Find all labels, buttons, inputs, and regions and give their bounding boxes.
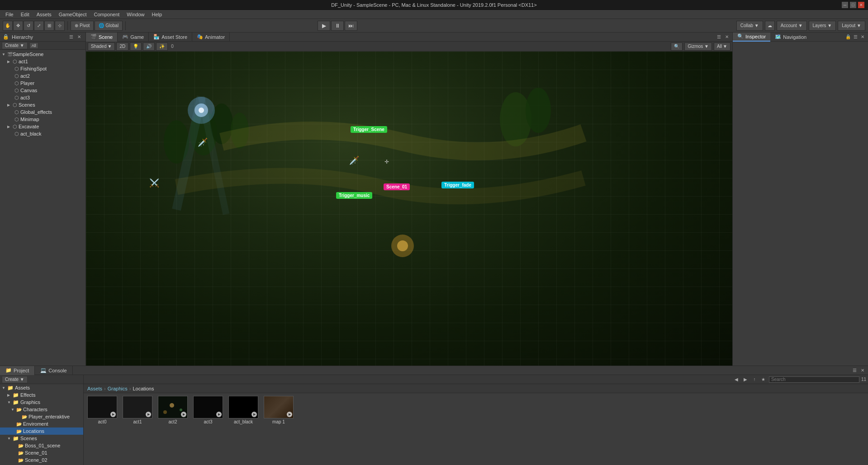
menu-edit[interactable]: Edit [17, 11, 33, 18]
scene-viewport[interactable]: 🗡️ ⚔️ 🗡️ ✛ Trigger_Scene Scene_01 Trigge… [86, 52, 732, 366]
layers-button[interactable]: Layers ▼ [809, 21, 836, 31]
tree-item-scenes[interactable]: ▶ ⬡ Scenes [0, 101, 85, 108]
project-favorite-btn[interactable]: ★ [760, 376, 767, 383]
gizmos-button[interactable]: Gizmos ▼ [684, 42, 712, 51]
label-act3: act3 [20, 95, 30, 100]
minimize-button[interactable]: ─ [842, 2, 848, 8]
asset-item-act1[interactable]: ▶ act1 [122, 396, 153, 424]
hierarchy-close-icon[interactable]: ✕ [76, 33, 83, 41]
cloud-button[interactable]: ☁ [765, 21, 775, 31]
bottom-panel-close[interactable]: ✕ [859, 367, 866, 374]
tab-console[interactable]: 💻 Console [35, 366, 72, 375]
scene-01-label[interactable]: Scene_01 [384, 183, 410, 190]
2d-mode-button[interactable]: 2D [116, 42, 128, 51]
pause-button[interactable]: ⏸ [331, 21, 344, 31]
menu-file[interactable]: File [2, 11, 17, 18]
tab-animator[interactable]: 🎭 Animator [192, 33, 230, 42]
inspector-lock-icon[interactable]: 🔒 [844, 33, 852, 41]
asset-item-act3[interactable]: ▶ act3 [192, 396, 224, 424]
tree-item-excavate[interactable]: ▶ ⬡ Excavate [0, 123, 85, 130]
fx-toggle[interactable]: ✨ [156, 42, 168, 51]
menu-component[interactable]: Component [90, 11, 123, 18]
tree-item-fishingspot[interactable]: ⬡ FishingSpot [0, 65, 85, 72]
play-button[interactable]: ▶ [318, 21, 330, 31]
maximize-button[interactable]: □ [850, 2, 856, 8]
project-forward-btn[interactable]: ▶ [742, 376, 749, 383]
move-handle[interactable]: ✛ [384, 159, 389, 165]
breadcrumb-graphics[interactable]: Graphics [108, 386, 128, 391]
tree-item-canvas[interactable]: ⬡ Canvas [0, 87, 85, 94]
pivot-button[interactable]: ⊕ Pivot [71, 21, 94, 31]
project-item-characters[interactable]: ▼ 📂 Characters [0, 406, 83, 413]
asset-item-act2[interactable]: ▶ act2 [157, 396, 189, 424]
label-minimap: Minimap [20, 117, 39, 122]
trigger-scene-label[interactable]: Trigger_Scene [351, 126, 387, 133]
project-item-enviroment[interactable]: 📂 Enviroment [0, 420, 83, 427]
asset-item-act-black[interactable]: ▶ act_black [228, 396, 259, 424]
bottom-panel-menu[interactable]: ☰ [851, 367, 858, 374]
project-item-assets[interactable]: ▼ 📁 Assets [0, 384, 83, 391]
menu-help[interactable]: Help [148, 11, 166, 18]
scene-panel-close[interactable]: ✕ [723, 33, 730, 41]
project-item-scene02[interactable]: 📂 Scene_02 [0, 456, 83, 464]
global-button[interactable]: 🌐 Global [95, 21, 123, 31]
scale-tool[interactable]: ⤢ [34, 21, 44, 31]
close-button[interactable]: ✕ [858, 2, 864, 8]
rect-tool[interactable]: ⊞ [44, 21, 54, 31]
tab-project[interactable]: 📁 Project [0, 366, 35, 375]
project-item-graphics[interactable]: ▼ 📁 Graphics [0, 399, 83, 406]
trigger-fade-label[interactable]: Trigger_fade [441, 182, 474, 188]
inspector-menu-icon[interactable]: ☰ [852, 33, 859, 41]
project-up-btn[interactable]: ↑ [751, 376, 758, 383]
tab-game[interactable]: 🎮 Game [118, 33, 149, 42]
asset-item-act0[interactable]: ▶ act0 [86, 396, 118, 424]
project-item-scene01[interactable]: 📂 Scene_01 [0, 449, 83, 456]
tree-item-act-black[interactable]: ⬡ act_black [0, 130, 85, 137]
breadcrumb-assets[interactable]: Assets [87, 386, 102, 391]
hand-tool[interactable]: ✋ [3, 21, 13, 31]
hierarchy-create-button[interactable]: Create ▼ [2, 42, 28, 49]
scene-panel-menu[interactable]: ☰ [715, 33, 722, 41]
move-tool[interactable]: ✥ [13, 21, 23, 31]
tree-item-act3[interactable]: ⬡ act3 [0, 94, 85, 101]
hierarchy-menu-icon[interactable]: ☰ [67, 33, 75, 41]
project-back-btn[interactable]: ◀ [733, 376, 740, 383]
tree-item-act1[interactable]: ▶ ⬡ act1 [0, 58, 85, 65]
project-item-scenes[interactable]: ▼ 📁 Scenes [0, 435, 83, 442]
trigger-music-label[interactable]: Trigger_music [336, 192, 372, 199]
collab-button[interactable]: Collab ▼ [736, 21, 763, 31]
shading-mode-button[interactable]: Shaded ▼ [88, 42, 115, 51]
tree-item-player[interactable]: ⬡ Player [0, 80, 85, 87]
project-create-button[interactable]: Create ▼ [2, 376, 28, 383]
scene-search-all[interactable]: All ▼ [714, 42, 730, 51]
tab-asset-store[interactable]: 🏪 Asset Store [149, 33, 192, 42]
inspector-close-icon[interactable]: ✕ [859, 33, 866, 41]
lighting-toggle[interactable]: 💡 [130, 42, 142, 51]
project-item-boss01[interactable]: 📂 Boss_01_scene [0, 442, 83, 449]
menu-gameobject[interactable]: GameObject [55, 11, 90, 18]
search-button[interactable]: 🔍 [671, 42, 683, 51]
tab-inspector[interactable]: 🔍 Inspector [733, 33, 770, 42]
transform-tool[interactable]: ⊹ [55, 21, 65, 31]
global-icon: 🌐 [99, 23, 104, 28]
tree-item-act2[interactable]: ⬡ act2 [0, 72, 85, 80]
audio-toggle[interactable]: 🔊 [143, 42, 155, 51]
menu-window[interactable]: Window [123, 11, 148, 18]
shading-arrow: ▼ [107, 44, 112, 49]
menu-assets[interactable]: Assets [33, 11, 55, 18]
tab-navigation[interactable]: 🗺️ Navigation [770, 33, 811, 42]
tree-item-samplescene[interactable]: ▼ 🎬 SampleScene [0, 51, 85, 58]
asset-item-map1[interactable]: ▶ map 1 [263, 396, 294, 424]
tree-item-global-effects[interactable]: ⬡ Global_effects [0, 108, 85, 116]
rotate-tool[interactable]: ↺ [24, 21, 33, 31]
hierarchy-all-button[interactable]: All [29, 42, 38, 49]
project-search-input[interactable] [769, 376, 859, 383]
account-button[interactable]: Account ▼ [777, 21, 807, 31]
project-item-locations[interactable]: 📂 Locations [0, 427, 83, 435]
step-button[interactable]: ⏭ [345, 21, 357, 31]
project-item-effects[interactable]: ▶ 📁 Effects [0, 391, 83, 399]
project-item-player-enteraktive[interactable]: 📂 Player_enteraktive [0, 413, 83, 420]
layout-button[interactable]: Layout ▼ [838, 21, 865, 31]
tree-item-minimap[interactable]: ⬡ Minimap [0, 116, 85, 123]
tab-scene[interactable]: 🎬 Scene [86, 33, 118, 42]
